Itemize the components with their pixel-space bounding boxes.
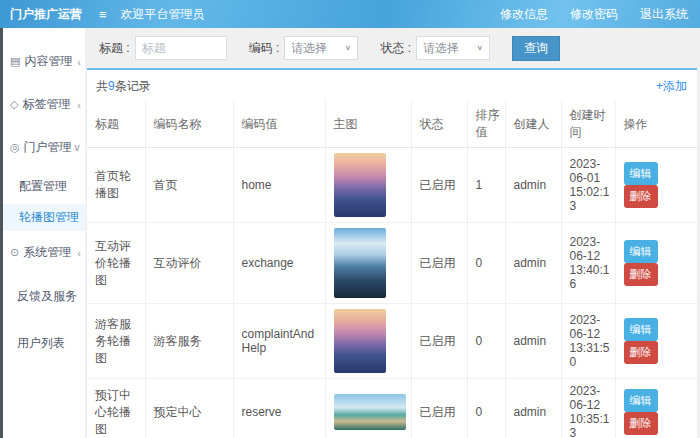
table-header-row: 标题 编码名称 编码值 主图 状态 排序值 创建人 创建时间 操作: [87, 101, 697, 148]
chevron-down-icon: ∨: [476, 44, 483, 52]
status-badge: 已启用: [411, 379, 467, 438]
edit-info-link[interactable]: 修改信息: [500, 6, 548, 23]
delete-button[interactable]: 删除: [624, 412, 658, 435]
sidebar-item-portal-management[interactable]: ◎ 门户管理 ∨: [3, 130, 85, 165]
col-sort: 排序值: [467, 101, 505, 148]
sidebar: ▤ 内容管理 ‹ ◇ 标签管理 ‹ ◎ 门户管理 ∨ 配置管理 轮播图管理 ⊙ …: [3, 28, 85, 438]
query-button[interactable]: 查询: [512, 36, 560, 61]
chevron-left-icon: ‹: [77, 56, 81, 68]
code-filter-label: 编码 :: [249, 40, 280, 57]
records-count-number: 9: [108, 79, 115, 93]
sidebar-item-carousel-management[interactable]: 轮播图管理: [3, 204, 85, 231]
sidebar-item-user-list[interactable]: 用户列表: [3, 325, 85, 362]
chevron-down-icon: ∨: [345, 44, 352, 52]
sidebar-item-config-management[interactable]: 配置管理: [3, 173, 85, 200]
chevron-down-icon: ∨: [73, 141, 81, 154]
col-code-value: 编码值: [233, 101, 325, 148]
col-main-image: 主图: [325, 101, 411, 148]
col-created-at: 创建时间: [561, 101, 615, 148]
status-filter-select[interactable]: 请选择 ∨: [416, 36, 490, 60]
carousel-thumbnail: [334, 394, 406, 430]
admin-app: 门户推广运营 ≡ 欢迎平台管理员 修改信息 修改密码 退出系统 ▤ 内容管理 ‹…: [0, 0, 700, 438]
sidebar-item-system-management[interactable]: ⊙ 系统管理 ‹: [3, 235, 85, 270]
chevron-left-icon: ‹: [77, 99, 81, 111]
status-filter-label: 状态 :: [380, 40, 411, 57]
edit-button[interactable]: 编辑: [624, 162, 658, 185]
status-badge: 已启用: [411, 223, 467, 304]
add-button[interactable]: +添加: [656, 78, 687, 95]
chevron-left-icon: ‹: [77, 247, 81, 259]
col-creator: 创建人: [505, 101, 561, 148]
col-actions: 操作: [615, 101, 697, 148]
delete-button[interactable]: 删除: [624, 185, 658, 208]
col-code-name: 编码名称: [145, 101, 233, 148]
records-count-text: 共9条记录: [96, 78, 151, 95]
content-card: 共9条记录 +添加 标题 编码名称 编码值 主图 状态: [87, 68, 697, 438]
edit-button[interactable]: 编辑: [624, 389, 658, 412]
carousel-thumbnail: [334, 228, 386, 298]
status-badge: 已启用: [411, 148, 467, 223]
search-bar: 标题 : 编码 : 请选择 ∨ 状态 : 请选择 ∨ 查询: [85, 28, 700, 68]
logout-link[interactable]: 退出系统: [640, 6, 688, 23]
table-row: 首页轮播图 首页 home 已启用 1 admin 2023-06-01 15:…: [87, 148, 697, 223]
welcome-text: 欢迎平台管理员: [121, 6, 205, 23]
system-icon: ⊙: [10, 246, 19, 259]
carousel-thumbnail: [334, 309, 386, 373]
tag-icon: ◇: [10, 98, 18, 111]
title-filter-input[interactable]: [135, 36, 227, 60]
carousel-table: 标题 编码名称 编码值 主图 状态 排序值 创建人 创建时间 操作: [87, 101, 697, 438]
plus-icon: +: [656, 79, 663, 93]
records-header: 共9条记录 +添加: [87, 70, 697, 101]
topbar: 门户推广运营 ≡ 欢迎平台管理员 修改信息 修改密码 退出系统: [0, 0, 700, 28]
sidebar-item-content-management[interactable]: ▤ 内容管理 ‹: [3, 44, 85, 79]
col-title: 标题: [87, 101, 145, 148]
change-password-link[interactable]: 修改密码: [570, 6, 618, 23]
col-status: 状态: [411, 101, 467, 148]
status-badge: 已启用: [411, 304, 467, 379]
edit-button[interactable]: 编辑: [624, 240, 658, 263]
sidebar-item-tag-management[interactable]: ◇ 标签管理 ‹: [3, 87, 85, 122]
delete-button[interactable]: 删除: [624, 263, 658, 286]
sidebar-item-feedback-service[interactable]: 反馈及服务: [3, 278, 85, 315]
delete-button[interactable]: 删除: [624, 341, 658, 364]
brand-title: 门户推广运营: [0, 6, 85, 23]
table-row: 预订中心轮播图 预定中心 reserve 已启用 0 admin 2023-06…: [87, 379, 697, 438]
code-filter-select[interactable]: 请选择 ∨: [284, 36, 358, 60]
carousel-thumbnail: [334, 153, 386, 217]
hamburger-icon[interactable]: ≡: [99, 7, 107, 22]
topbar-links: 修改信息 修改密码 退出系统: [500, 6, 700, 23]
edit-button[interactable]: 编辑: [624, 318, 658, 341]
title-filter-label: 标题 :: [99, 40, 130, 57]
content-icon: ▤: [10, 55, 20, 68]
portal-icon: ◎: [10, 141, 20, 154]
main-content: 标题 : 编码 : 请选择 ∨ 状态 : 请选择 ∨ 查询 共9条记录 +添加: [85, 28, 700, 438]
table-row: 互动评价轮播图 互动评价 exchange 已启用 0 admin 2023-0…: [87, 223, 697, 304]
table-row: 游客服务轮播图 游客服务 complaintAndHelp 已启用 0 admi…: [87, 304, 697, 379]
